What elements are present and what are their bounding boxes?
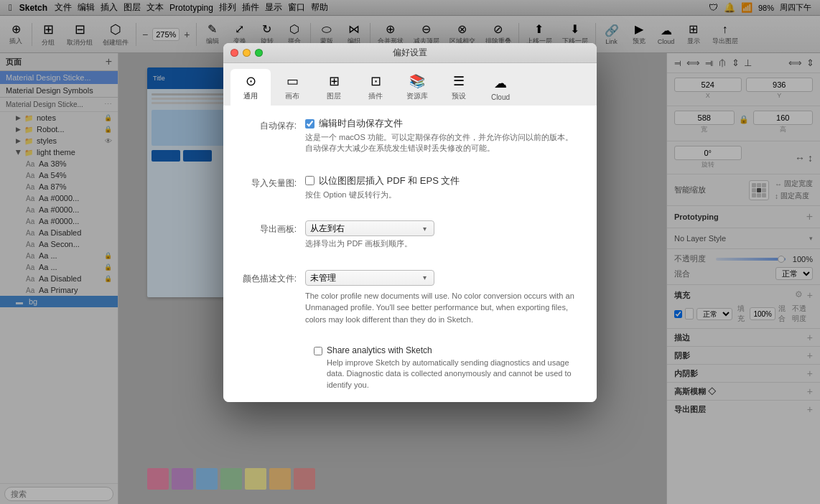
tab-cloud[interactable]: ☁ Cloud xyxy=(480,71,521,106)
import-vector-checkbox[interactable] xyxy=(305,176,315,185)
export-artboard-select[interactable]: 从左到右 从右到左 从上到下 从下到上 xyxy=(305,220,434,236)
auto-save-row: 自动保存: 编辑时自动保存文件 这是一个 macOS 功能。可以定期保存你的文件… xyxy=(241,117,579,154)
tab-presets[interactable]: ☰ 预设 xyxy=(439,69,479,106)
tab-layers[interactable]: ⊞ 图层 xyxy=(314,69,354,106)
export-artboard-content: 从左到右 从右到左 从上到下 从下到上 ▾ 选择导出为 PDF 画板到顺序。 xyxy=(305,220,579,249)
tab-libraries[interactable]: 📚 资源库 xyxy=(397,69,437,106)
modal-tabs: ⊙ 通用 ▭ 画布 ⊞ 图层 ⊡ 插件 📚 资源库 ☰ 预设 xyxy=(223,63,597,106)
tab-plugins[interactable]: ⊡ 插件 xyxy=(355,69,396,106)
modal-title: 偏好设置 xyxy=(393,47,427,59)
auto-save-label: 自动保存: xyxy=(241,117,305,132)
privacy-title: Share analytics with Sketch xyxy=(327,345,579,355)
import-vector-content: 以位图图层插入 PDF 和 EPS 文件 按住 Option 键反转行为。 xyxy=(305,174,579,200)
preferences-modal: 偏好设置 ⊙ 通用 ▭ 画布 ⊞ 图层 ⊡ 插件 📚 资源库 xyxy=(223,43,597,402)
tab-general[interactable]: ⊙ 通用 xyxy=(230,69,271,106)
modal-max-button[interactable] xyxy=(255,49,263,57)
color-profile-select[interactable]: 未管理 sRGB Display P3 xyxy=(305,270,434,286)
color-profile-content: 未管理 sRGB Display P3 ▾ The color profile … xyxy=(305,270,579,326)
import-vector-label: 导入矢量图: xyxy=(241,174,305,190)
privacy-desc: Help improve Sketch by automatically sen… xyxy=(327,358,579,391)
auto-save-text: 编辑时自动保存文件 xyxy=(319,117,403,130)
privacy-content: Share analytics with Sketch Help improve… xyxy=(327,345,579,391)
modal-body: 自动保存: 编辑时自动保存文件 这是一个 macOS 功能。可以定期保存你的文件… xyxy=(223,106,597,402)
modal-min-button[interactable] xyxy=(243,49,251,57)
auto-save-desc: 这是一个 macOS 功能。可以定期保存你的文件，并允许你访问以前的版本。自动保… xyxy=(305,132,579,154)
color-profile-desc: The color profile new documents will use… xyxy=(305,290,579,326)
import-vector-text: 以位图图层插入 PDF 和 EPS 文件 xyxy=(319,174,460,187)
import-vector-desc: 按住 Option 键反转行为。 xyxy=(305,190,579,200)
color-profile-label: 颜色描述文件: xyxy=(241,270,305,285)
privacy-row: Share analytics with Sketch Help improve… xyxy=(241,345,579,391)
modal-titlebar: 偏好设置 xyxy=(223,43,597,63)
auto-save-checkbox[interactable] xyxy=(305,119,315,129)
modal-overlay: 偏好设置 ⊙ 通用 ▭ 画布 ⊞ 图层 ⊡ 插件 📚 资源库 xyxy=(0,0,820,504)
auto-save-content: 编辑时自动保存文件 这是一个 macOS 功能。可以定期保存你的文件，并允许你访… xyxy=(305,117,579,154)
modal-close-button[interactable] xyxy=(230,49,238,57)
import-vector-row: 导入矢量图: 以位图图层插入 PDF 和 EPS 文件 按住 Option 键反… xyxy=(241,174,579,200)
privacy-checkbox[interactable] xyxy=(314,347,322,355)
color-profile-row: 颜色描述文件: 未管理 sRGB Display P3 ▾ The color … xyxy=(241,270,579,326)
export-artboard-desc: 选择导出为 PDF 画板到顺序。 xyxy=(305,238,579,249)
export-artboard-row: 导出画板: 从左到右 从右到左 从上到下 从下到上 ▾ 选择导出为 PDF 画板… xyxy=(241,220,579,249)
tab-canvas[interactable]: ▭ 画布 xyxy=(272,69,312,106)
export-artboard-label: 导出画板: xyxy=(241,220,305,235)
